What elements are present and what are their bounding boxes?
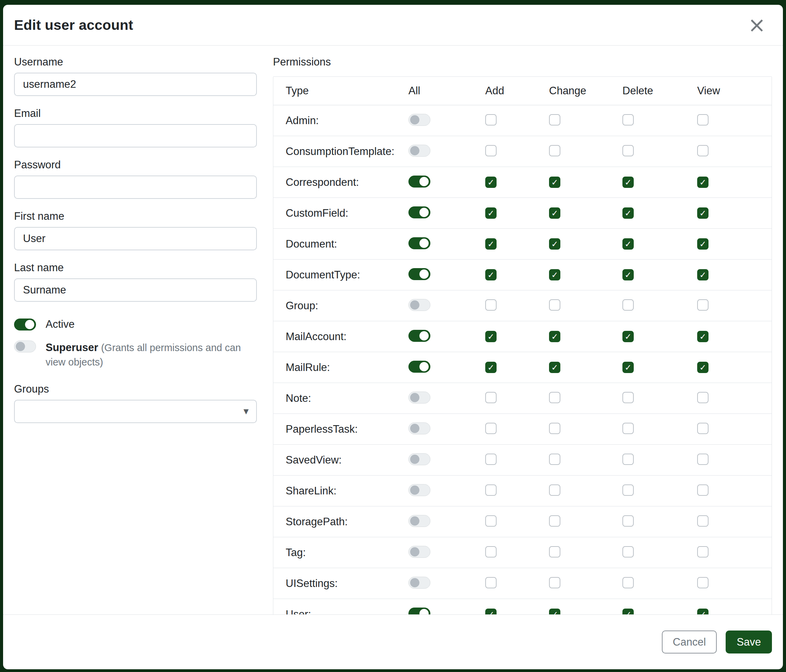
permission-change-checkbox[interactable]: ✓ — [549, 177, 560, 188]
permission-delete-checkbox[interactable]: ✓ — [623, 177, 634, 188]
permission-add-checkbox[interactable] — [485, 392, 497, 403]
toggle-knob — [410, 455, 420, 464]
permission-all-toggle[interactable] — [409, 206, 431, 218]
permission-delete-checkbox[interactable] — [623, 577, 634, 588]
permission-add-checkbox[interactable]: ✓ — [485, 269, 497, 281]
permission-add-checkbox[interactable]: ✓ — [485, 238, 497, 250]
permission-view-checkbox[interactable]: ✓ — [697, 238, 709, 250]
permission-add-checkbox[interactable]: ✓ — [485, 177, 497, 188]
permission-view-checkbox[interactable] — [697, 423, 709, 434]
username-input[interactable] — [14, 73, 257, 96]
permission-change-checkbox[interactable] — [549, 577, 560, 588]
permission-delete-checkbox[interactable]: ✓ — [623, 207, 634, 219]
permission-change-checkbox[interactable]: ✓ — [549, 331, 560, 342]
permission-add-checkbox[interactable] — [485, 114, 497, 126]
permission-all-toggle[interactable] — [409, 145, 431, 157]
permission-add-checkbox[interactable]: ✓ — [485, 331, 497, 342]
permission-delete-checkbox[interactable]: ✓ — [623, 269, 634, 281]
permission-all-toggle[interactable] — [409, 114, 431, 126]
permission-delete-checkbox[interactable]: ✓ — [623, 362, 634, 373]
permission-all-toggle[interactable] — [409, 422, 431, 434]
permission-delete-checkbox[interactable] — [623, 145, 634, 156]
permission-change-checkbox[interactable]: ✓ — [549, 269, 560, 281]
permission-add-checkbox[interactable] — [485, 515, 497, 527]
close-icon[interactable]: × — [746, 14, 768, 36]
permission-change-checkbox[interactable]: ✓ — [549, 362, 560, 373]
permission-view-checkbox[interactable] — [697, 145, 709, 156]
permission-change-checkbox[interactable] — [549, 392, 560, 403]
permission-change-checkbox[interactable] — [549, 546, 560, 557]
last-name-input[interactable] — [14, 278, 257, 302]
password-input[interactable] — [14, 176, 257, 199]
superuser-row: Superuser (Grants all permissions and ca… — [14, 341, 257, 369]
permission-delete-checkbox[interactable] — [623, 454, 634, 465]
permission-delete-checkbox[interactable] — [623, 392, 634, 403]
permission-view-checkbox[interactable]: ✓ — [697, 362, 709, 373]
permission-all-toggle[interactable] — [409, 330, 431, 342]
permission-all-toggle[interactable] — [409, 299, 431, 311]
permission-add-checkbox[interactable]: ✓ — [485, 609, 497, 614]
permission-view-checkbox[interactable] — [697, 454, 709, 465]
permission-change-checkbox[interactable] — [549, 299, 560, 311]
permission-all-toggle[interactable] — [409, 608, 431, 614]
permission-all-toggle[interactable] — [409, 453, 431, 465]
email-input[interactable] — [14, 124, 257, 148]
permissions-table-header: Type All Add Change Delete View — [273, 77, 772, 105]
permission-view-checkbox[interactable] — [697, 515, 709, 527]
permission-change-checkbox[interactable] — [549, 484, 560, 496]
permission-add-checkbox[interactable]: ✓ — [485, 362, 497, 373]
permission-view-checkbox[interactable] — [697, 114, 709, 126]
active-toggle[interactable] — [14, 319, 36, 331]
permission-change-checkbox[interactable]: ✓ — [549, 609, 560, 614]
permission-view-checkbox[interactable]: ✓ — [697, 609, 709, 614]
permission-add-checkbox[interactable] — [485, 423, 497, 434]
permission-delete-checkbox[interactable] — [623, 299, 634, 311]
permission-add-checkbox[interactable]: ✓ — [485, 207, 497, 219]
permission-delete-checkbox[interactable] — [623, 114, 634, 126]
cancel-button[interactable]: Cancel — [662, 631, 717, 653]
save-button[interactable]: Save — [726, 631, 772, 653]
permission-add-checkbox[interactable] — [485, 299, 497, 311]
permission-view-checkbox[interactable] — [697, 577, 709, 588]
permission-delete-checkbox[interactable]: ✓ — [623, 238, 634, 250]
permission-all-toggle[interactable] — [409, 237, 431, 249]
permission-view-checkbox[interactable] — [697, 299, 709, 311]
permission-all-toggle[interactable] — [409, 484, 431, 496]
permission-add-checkbox[interactable] — [485, 546, 497, 557]
permission-change-checkbox[interactable] — [549, 114, 560, 126]
permission-all-toggle[interactable] — [409, 361, 431, 373]
first-name-input[interactable] — [14, 227, 257, 250]
permission-change-checkbox[interactable]: ✓ — [549, 207, 560, 219]
permission-add-checkbox[interactable] — [485, 484, 497, 496]
permission-view-checkbox[interactable] — [697, 546, 709, 557]
permission-add-checkbox[interactable] — [485, 145, 497, 156]
permission-change-checkbox[interactable] — [549, 423, 560, 434]
permission-view-checkbox[interactable] — [697, 484, 709, 496]
permission-view-checkbox[interactable]: ✓ — [697, 331, 709, 342]
permission-delete-checkbox[interactable] — [623, 546, 634, 557]
permission-change-checkbox[interactable]: ✓ — [549, 238, 560, 250]
superuser-toggle[interactable] — [14, 341, 36, 352]
permission-delete-checkbox[interactable]: ✓ — [623, 609, 634, 614]
permission-view-checkbox[interactable]: ✓ — [697, 207, 709, 219]
permission-change-checkbox[interactable] — [549, 515, 560, 527]
permission-delete-checkbox[interactable] — [623, 484, 634, 496]
permission-add-checkbox[interactable] — [485, 454, 497, 465]
permission-all-toggle[interactable] — [409, 268, 431, 280]
permission-all-toggle[interactable] — [409, 391, 431, 404]
permission-change-checkbox[interactable] — [549, 454, 560, 465]
permission-all-toggle[interactable] — [409, 176, 431, 188]
column-header-delete: Delete — [623, 77, 697, 105]
permission-delete-checkbox[interactable] — [623, 515, 634, 527]
permission-change-checkbox[interactable] — [549, 145, 560, 156]
permission-all-toggle[interactable] — [409, 515, 431, 527]
permission-view-checkbox[interactable] — [697, 392, 709, 403]
groups-select[interactable]: ▾ — [14, 400, 257, 423]
permission-view-checkbox[interactable]: ✓ — [697, 269, 709, 281]
permission-delete-checkbox[interactable]: ✓ — [623, 331, 634, 342]
permission-add-checkbox[interactable] — [485, 577, 497, 588]
permission-view-checkbox[interactable]: ✓ — [697, 177, 709, 188]
permission-all-toggle[interactable] — [409, 577, 431, 589]
permission-all-toggle[interactable] — [409, 546, 431, 558]
permission-delete-checkbox[interactable] — [623, 423, 634, 434]
